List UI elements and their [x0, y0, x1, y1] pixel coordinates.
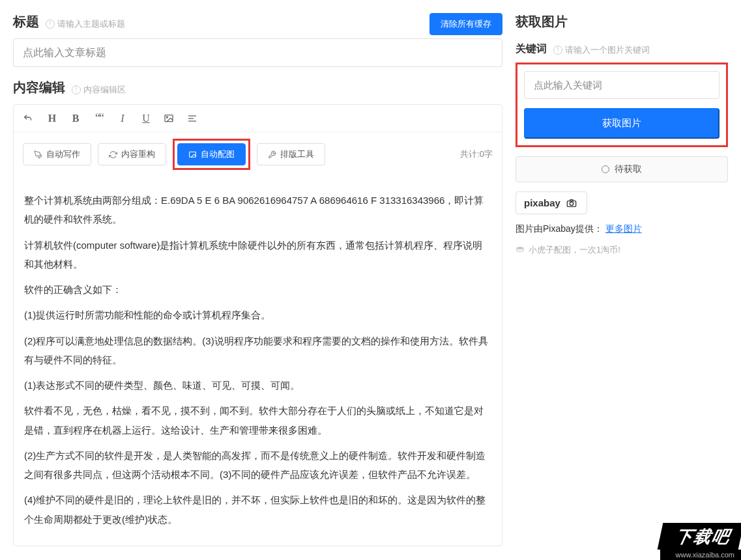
paragraph: (2)程序可以满意地处理信息的数据结构。(3)说明程序功能要求和程序需要的文档的…: [24, 331, 491, 370]
undo-icon[interactable]: [23, 113, 35, 124]
word-count: 共计:0字: [460, 148, 493, 160]
keyword-label: 关键词: [516, 42, 547, 56]
content-hint-text: 内容编辑区: [83, 84, 126, 96]
get-image-title: 获取图片: [516, 13, 568, 31]
main-panel: 标题 ! 请输入主题或标题 清除所有缓存 内容编辑 ! 内容编辑区 H: [0, 0, 509, 560]
svg-point-7: [570, 202, 573, 205]
circle-icon: [602, 165, 609, 173]
get-image-button[interactable]: 获取图片: [524, 108, 719, 139]
credit-line: 图片由Pixabay提供： 更多图片: [516, 223, 728, 235]
image-icon[interactable]: [164, 113, 175, 124]
coin-line: 小虎子配图，一次1淘币!: [516, 244, 728, 256]
pixabay-badge: pixabay: [516, 191, 587, 214]
italic-icon[interactable]: I: [117, 113, 128, 124]
auto-image-highlight: 自动配图: [173, 139, 250, 170]
layout-tool-label: 排版工具: [280, 148, 314, 160]
svg-rect-0: [165, 115, 173, 121]
pixabay-text: pixabay: [524, 197, 560, 208]
layout-tool-button[interactable]: 排版工具: [257, 143, 325, 165]
paragraph: 整个计算机系统由两部分组成：E.69DA 5 E 6 BA 9062616964…: [24, 191, 491, 229]
info-icon: !: [46, 20, 55, 29]
auto-image-label: 自动配图: [201, 148, 235, 160]
keyword-highlight-box: 获取图片: [516, 63, 728, 147]
camera-icon: [564, 198, 579, 208]
keyword-input[interactable]: [524, 71, 719, 99]
restructure-label: 内容重构: [121, 148, 155, 160]
paragraph: 计算机软件(computer software)是指计算机系统中除硬件以外的所有…: [24, 236, 491, 274]
paragraph: (1)表达形式不同的硬件类型、颜色、味道、可见、可摸、可闻。: [24, 376, 491, 395]
editor-content[interactable]: 整个计算机系统由两部分组成：E.69DA 5 E 6 BA 9062616964…: [14, 176, 502, 546]
info-icon: !: [553, 46, 562, 55]
paragraph: (2)生产方式不同的软件是开发，是人类智能的高发挥，而不是传统意义上的硬件制造。…: [24, 446, 491, 484]
auto-write-button[interactable]: 自动写作: [23, 143, 91, 165]
credit-prefix: 图片由Pixabay提供：: [516, 223, 603, 234]
keyword-hint-text: 请输入一个图片关键词: [565, 44, 650, 56]
paragraph: 软件看不见，无色，枯燥，看不见，摸不到，闻不到。软件大部分存在于人们的头脑或纸上…: [24, 401, 491, 440]
svg-point-8: [517, 247, 524, 250]
article-title-input[interactable]: [13, 38, 502, 67]
underline-icon[interactable]: U: [140, 113, 152, 124]
editor-card: H B ““ I U 自动写作 内容重构: [13, 104, 502, 546]
bold-icon[interactable]: B: [70, 113, 81, 124]
sidebar-panel: 获取图片 关键词 ! 请输入一个图片关键词 获取图片 待获取 pixabay 图…: [509, 0, 741, 560]
pending-status-button[interactable]: 待获取: [516, 156, 728, 182]
keyword-hint: ! 请输入一个图片关键词: [553, 44, 650, 56]
title-hint-text: 请输入主题或标题: [57, 18, 125, 30]
title-label: 标题: [13, 13, 39, 31]
clear-cache-button[interactable]: 清除所有缓存: [429, 13, 502, 35]
coin-text: 小虎子配图，一次1淘币!: [529, 244, 620, 256]
format-toolbar: H B ““ I U: [14, 105, 502, 132]
svg-point-1: [166, 117, 167, 118]
title-hint: ! 请输入主题或标题: [46, 18, 125, 30]
svg-rect-5: [190, 152, 196, 157]
auto-write-label: 自动写作: [46, 148, 80, 160]
auto-image-button[interactable]: 自动配图: [177, 143, 246, 165]
coin-icon: [516, 245, 525, 255]
heading-icon[interactable]: H: [46, 113, 58, 124]
info-icon: !: [72, 85, 81, 94]
paragraph: (4)维护不同的硬件是旧的，理论上软件是旧的，并不坏，但实际上软件也是旧的和坏的…: [24, 490, 491, 529]
quote-icon[interactable]: ““: [93, 111, 105, 125]
restructure-button[interactable]: 内容重构: [98, 143, 166, 165]
paragraph: (1)提供运行时所需功能和性能的命令或计算机程序集合。: [24, 305, 491, 324]
pending-status-label: 待获取: [615, 163, 642, 175]
content-hint: ! 内容编辑区: [72, 84, 126, 96]
paragraph: 软件的正确含义如下：: [24, 280, 491, 299]
action-row: 自动写作 内容重构 自动配图 排版工具 共计:0字: [14, 132, 502, 176]
more-images-link[interactable]: 更多图片: [605, 223, 642, 234]
align-left-icon[interactable]: [187, 113, 199, 124]
content-label: 内容编辑: [13, 79, 65, 96]
